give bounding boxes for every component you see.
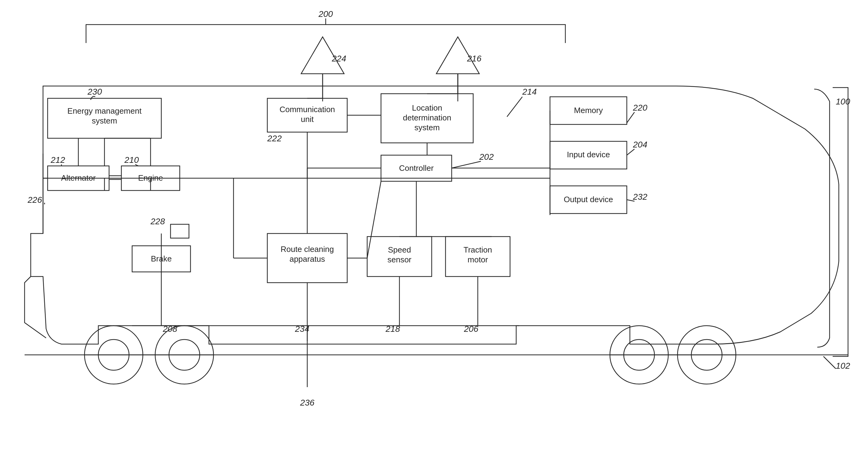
svg-text:Input device: Input device xyxy=(567,150,610,159)
svg-text:206: 206 xyxy=(464,324,478,334)
svg-text:apparatus: apparatus xyxy=(289,254,325,263)
svg-text:210: 210 xyxy=(124,155,139,165)
svg-line-89 xyxy=(367,181,381,258)
svg-text:226: 226 xyxy=(27,195,42,205)
svg-line-116 xyxy=(627,149,634,155)
svg-text:212: 212 xyxy=(51,155,65,165)
svg-text:220: 220 xyxy=(633,103,647,113)
svg-text:Location: Location xyxy=(412,103,442,113)
svg-text:214: 214 xyxy=(522,87,537,96)
svg-text:system: system xyxy=(414,123,440,132)
svg-text:determination: determination xyxy=(403,113,452,122)
svg-text:224: 224 xyxy=(332,54,346,63)
svg-text:202: 202 xyxy=(479,152,494,162)
svg-text:230: 230 xyxy=(87,87,102,96)
svg-text:236: 236 xyxy=(300,398,315,407)
svg-text:200: 200 xyxy=(318,9,333,19)
svg-line-115 xyxy=(452,161,481,168)
svg-text:208: 208 xyxy=(162,324,177,334)
svg-text:Controller: Controller xyxy=(399,163,434,173)
svg-rect-71 xyxy=(170,224,189,238)
svg-text:218: 218 xyxy=(385,324,400,334)
svg-text:232: 232 xyxy=(633,192,647,201)
svg-text:motor: motor xyxy=(468,255,488,264)
svg-line-114 xyxy=(627,112,634,123)
svg-text:Output device: Output device xyxy=(564,195,613,204)
patent-diagram: text { font-family: Arial, sans-serif; f… xyxy=(0,0,868,467)
svg-text:unit: unit xyxy=(301,115,314,124)
svg-line-121 xyxy=(824,356,836,369)
svg-line-113 xyxy=(507,97,522,117)
svg-text:234: 234 xyxy=(294,324,309,334)
svg-text:222: 222 xyxy=(267,134,282,143)
svg-text:Speed: Speed xyxy=(388,245,411,254)
svg-text:sensor: sensor xyxy=(388,255,411,264)
svg-text:Route cleaning: Route cleaning xyxy=(281,245,334,254)
svg-text:204: 204 xyxy=(633,140,647,149)
svg-text:Memory: Memory xyxy=(574,106,603,115)
svg-text:Communication: Communication xyxy=(280,105,335,114)
svg-text:Traction: Traction xyxy=(464,245,492,254)
svg-text:216: 216 xyxy=(467,54,482,63)
svg-text:system: system xyxy=(92,116,117,125)
svg-text:228: 228 xyxy=(150,217,165,226)
svg-text:102: 102 xyxy=(836,361,850,371)
svg-text:Energy management: Energy management xyxy=(67,106,142,116)
